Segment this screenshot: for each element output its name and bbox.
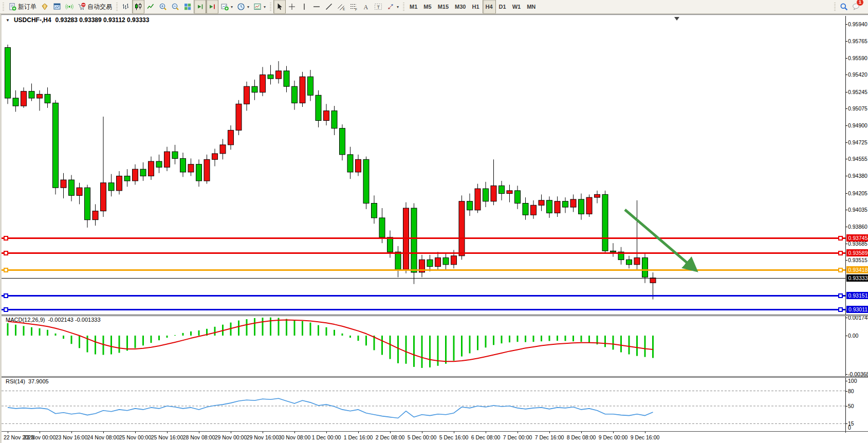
macd-name: MACD(12,26,9) bbox=[6, 317, 45, 323]
dropdown-arrow-icon[interactable]: ▾ bbox=[231, 5, 233, 9]
candle-down bbox=[467, 201, 473, 210]
candle-down bbox=[443, 258, 449, 265]
chart-shift-button[interactable] bbox=[206, 0, 218, 14]
tf-d1-button[interactable]: D1 bbox=[496, 0, 509, 14]
crosshair-icon bbox=[288, 3, 296, 11]
horizontal-line-0.93418[interactable] bbox=[2, 269, 845, 271]
dropdown-arrow-icon[interactable]: ▾ bbox=[397, 5, 399, 9]
candle-up bbox=[356, 159, 361, 172]
line-handle[interactable] bbox=[838, 236, 843, 241]
text-label-button[interactable]: T bbox=[372, 0, 384, 14]
tf-w1-button[interactable]: W1 bbox=[509, 0, 524, 14]
candle-up bbox=[101, 183, 106, 211]
new-order-button[interactable]: 新订单 bbox=[6, 0, 39, 14]
line-handle[interactable] bbox=[838, 307, 843, 312]
line-handle[interactable] bbox=[4, 307, 8, 312]
bar-chart-button[interactable] bbox=[120, 0, 132, 14]
text-button[interactable]: A bbox=[360, 0, 372, 14]
candle-down bbox=[372, 204, 377, 218]
bars-icon bbox=[122, 3, 130, 11]
tf-m1-button[interactable]: M1 bbox=[407, 0, 420, 14]
line-chart-button[interactable] bbox=[144, 0, 157, 14]
price-axis-tick: 0.94035 bbox=[848, 207, 868, 213]
tf-m15-button[interactable]: M15 bbox=[435, 0, 452, 14]
candle-up bbox=[531, 205, 537, 215]
tf-m30-button[interactable]: M30 bbox=[452, 0, 469, 14]
line-handle[interactable] bbox=[838, 268, 843, 272]
candle-down bbox=[252, 86, 257, 92]
horizontal-line-0.93333[interactable] bbox=[2, 278, 845, 279]
toolbar-group-chart-controls: ▾▾▾ bbox=[115, 0, 269, 13]
search-button[interactable] bbox=[838, 0, 850, 14]
candle-down bbox=[85, 188, 90, 220]
pane-separator-rsi[interactable] bbox=[2, 376, 868, 378]
pane-separator-macd[interactable] bbox=[2, 315, 868, 316]
line-handle[interactable] bbox=[838, 251, 843, 255]
candle-up bbox=[188, 164, 194, 172]
charts-button[interactable] bbox=[51, 0, 63, 14]
cursor-button[interactable] bbox=[273, 0, 286, 14]
rsi-value: 37.9005 bbox=[28, 378, 49, 384]
candle-down bbox=[5, 48, 11, 99]
cart-icon bbox=[78, 3, 86, 11]
tf-mn-button[interactable]: MN bbox=[524, 0, 539, 14]
text-t-icon: T bbox=[374, 3, 382, 11]
tf-h1-button[interactable]: H1 bbox=[469, 0, 482, 14]
price-axis-tick: 0.93515 bbox=[848, 257, 868, 264]
zoom-in-button[interactable] bbox=[157, 0, 169, 14]
notification-badge: 1 bbox=[856, 0, 864, 6]
horizontal-line-button[interactable] bbox=[310, 0, 323, 14]
tile-windows-button[interactable] bbox=[181, 0, 194, 14]
tf-m15-label: M15 bbox=[437, 4, 450, 10]
price-flag-0.93151: 0.93151 bbox=[846, 292, 868, 299]
tf-h1-label: H1 bbox=[471, 4, 480, 10]
chart-shift-marker[interactable] bbox=[674, 17, 679, 21]
candle-down bbox=[563, 201, 568, 207]
candle-down bbox=[427, 260, 433, 266]
tf-h4-button[interactable]: H4 bbox=[483, 0, 496, 14]
line-handle[interactable] bbox=[4, 293, 8, 298]
line-handle[interactable] bbox=[4, 236, 8, 241]
horizontal-line-0.93151[interactable] bbox=[2, 295, 845, 297]
trendline-button[interactable] bbox=[323, 0, 335, 14]
chart-title: ▼ USDCHF-,H4 0.93283 0.93389 0.93112 0.9… bbox=[6, 16, 149, 24]
candle-down bbox=[347, 155, 353, 172]
symbol-period-label: USDCHF-,H4 bbox=[14, 16, 51, 24]
horizontal-line-0.93589[interactable] bbox=[2, 252, 845, 254]
dropdown-arrow-icon[interactable]: ▾ bbox=[264, 5, 266, 9]
collapse-icon[interactable]: ▼ bbox=[6, 18, 10, 23]
line-handle[interactable] bbox=[838, 293, 843, 298]
candle-up bbox=[236, 104, 242, 130]
time-axis-label: 1 Dec 00:00 bbox=[312, 434, 341, 440]
candlestick-chart-button[interactable] bbox=[132, 0, 144, 14]
signals-button[interactable] bbox=[63, 0, 76, 14]
new-chart-button[interactable]: ▾ bbox=[218, 0, 235, 14]
tf-m5-button[interactable]: M5 bbox=[420, 0, 434, 14]
vertical-line-button[interactable] bbox=[298, 0, 310, 14]
horizontal-line-0.93745[interactable] bbox=[2, 237, 845, 239]
zoom-out-button[interactable] bbox=[169, 0, 181, 14]
chat-button[interactable]: 1 bbox=[850, 0, 862, 14]
autoscroll-icon bbox=[196, 3, 204, 11]
templates-button[interactable]: ▾ bbox=[251, 0, 268, 14]
plus-chart-icon bbox=[220, 3, 229, 11]
fibonacci-button[interactable]: F bbox=[347, 0, 360, 14]
dropdown-arrow-icon[interactable]: ▾ bbox=[247, 5, 249, 9]
crosshair-button[interactable] bbox=[286, 0, 298, 14]
equidistant-channel-button[interactable]: E bbox=[335, 0, 347, 14]
autotrading-button[interactable]: 自动交易 bbox=[76, 0, 114, 14]
candle-down bbox=[411, 208, 417, 272]
horizontal-line-0.93011[interactable] bbox=[2, 309, 845, 310]
candle-down bbox=[499, 186, 505, 193]
periods-button[interactable]: ▾ bbox=[235, 0, 251, 14]
mt4-terminal: { "toolbar": { "groups": [ {"name": "mai… bbox=[0, 0, 868, 443]
vline-icon bbox=[300, 3, 308, 11]
metaeditor-button[interactable] bbox=[39, 0, 51, 14]
line-handle[interactable] bbox=[4, 251, 8, 255]
time-axis-label: 23 Nov 16:00 bbox=[56, 434, 87, 440]
line-handle[interactable] bbox=[4, 268, 8, 272]
candle-down bbox=[180, 158, 186, 172]
arrows-button[interactable]: ▾ bbox=[384, 0, 401, 14]
auto-scroll-button[interactable] bbox=[194, 0, 206, 14]
time-axis-label: 25 Nov 00:00 bbox=[119, 434, 151, 440]
